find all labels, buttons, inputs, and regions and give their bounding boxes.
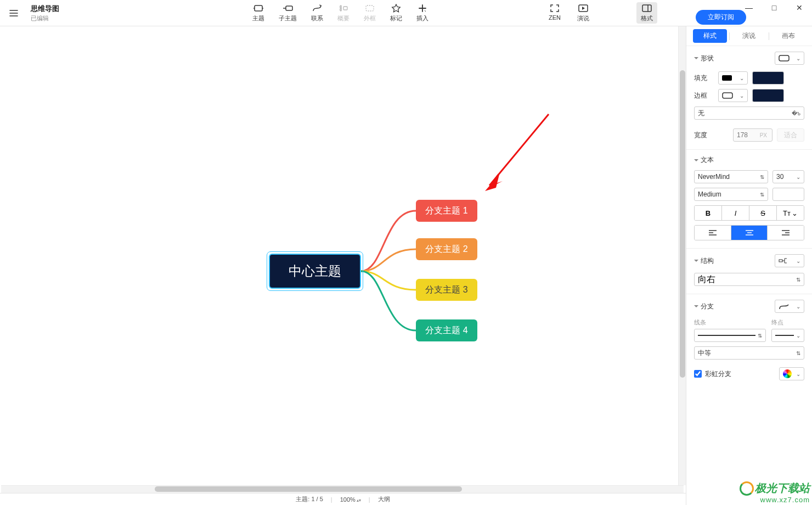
- line-style-select[interactable]: ⇅: [694, 329, 766, 342]
- rounded-rect-icon: [779, 55, 790, 61]
- panel-icon: [641, 3, 652, 13]
- format-panel-toggle[interactable]: 格式: [636, 2, 657, 24]
- structure-direction-select[interactable]: 向右 ⇅: [694, 273, 804, 286]
- zen-label: ZEN: [549, 14, 561, 21]
- tab-style[interactable]: 样式: [693, 29, 727, 43]
- line-weight-select[interactable]: 中等 ⇅: [694, 346, 804, 360]
- align-right-button[interactable]: [767, 226, 804, 240]
- relation-label: 联系: [311, 14, 323, 23]
- border-style-picker[interactable]: ⌄: [718, 89, 748, 102]
- branch-node-2[interactable]: 分支主题 2: [416, 238, 477, 260]
- relation-icon: [312, 3, 323, 13]
- svg-line-6: [489, 114, 549, 186]
- format-toggle-wrap: 格式: [636, 2, 657, 24]
- border-color-swatch[interactable]: [752, 89, 784, 102]
- svg-rect-9: [779, 55, 789, 61]
- status-topic-count: 主题: 1 / 5: [296, 495, 323, 503]
- stepper-icon: ⇅: [758, 333, 762, 339]
- chevron-down-icon: ⌄: [796, 174, 800, 180]
- font-weight-select[interactable]: Medium ⇅: [694, 188, 768, 201]
- branch-node-1[interactable]: 分支主题 1: [416, 200, 477, 222]
- summary-icon: [338, 3, 349, 13]
- line-end-select[interactable]: ⌄: [771, 329, 804, 342]
- align-center-button[interactable]: [731, 226, 768, 240]
- branch-node-3[interactable]: 分支主题 3: [416, 279, 477, 301]
- document-status: 已编辑: [31, 14, 59, 23]
- strike-icon: S: [760, 209, 765, 217]
- status-zoom[interactable]: 100%▴▾: [340, 496, 361, 503]
- italic-button[interactable]: I: [721, 206, 749, 220]
- font-family-select[interactable]: NeverMind ⇅: [694, 170, 768, 183]
- rainbow-branch-checkbox[interactable]: [694, 370, 702, 378]
- stepper-icon: ⇅: [760, 192, 764, 198]
- structure-picker[interactable]: ⌄: [775, 254, 804, 267]
- chevron-down-icon: ⌄: [796, 304, 800, 310]
- stepper-icon: ⇅: [796, 277, 800, 283]
- status-outline-button[interactable]: 大纲: [378, 495, 390, 503]
- insert-button[interactable]: 插入: [416, 3, 428, 23]
- document-title: 思维导图: [31, 4, 59, 14]
- subtopic-label: 子主题: [279, 14, 297, 23]
- shape-picker[interactable]: ⌄: [775, 52, 804, 65]
- tab-present[interactable]: 演说: [732, 29, 766, 43]
- section-text: 文本 NeverMind ⇅ 30 ⌄ Medium ⇅ B I S Tт⌄: [686, 150, 812, 249]
- relation-button[interactable]: 联系: [311, 3, 323, 23]
- rainbow-icon: [783, 369, 792, 378]
- horizontal-scrollbar[interactable]: [1, 485, 684, 493]
- case-button[interactable]: Tт⌄: [776, 206, 804, 220]
- strike-button[interactable]: S: [749, 206, 776, 220]
- topic-button[interactable]: 主题: [252, 3, 264, 23]
- center-topic-node[interactable]: 中心主题: [269, 254, 361, 289]
- bold-button[interactable]: B: [695, 206, 721, 220]
- border-width-value: 无: [698, 109, 704, 118]
- border-width-select[interactable]: 无 �ъ: [694, 106, 804, 120]
- align-left-button[interactable]: [695, 226, 731, 240]
- zoom-stepper-icon[interactable]: ▴▾: [357, 499, 361, 502]
- branch-node-4[interactable]: 分支主题 4: [416, 319, 477, 341]
- rainbow-scheme-picker[interactable]: ⌄: [779, 367, 804, 380]
- status-bar: 主题: 1 / 5 | 100%▴▾ | 大纲: [0, 493, 686, 505]
- insert-label: 插入: [416, 14, 428, 23]
- fill-style-picker[interactable]: ⌄: [718, 71, 748, 85]
- line-end-icon: [775, 335, 794, 336]
- font-size-select[interactable]: 30 ⌄: [772, 170, 804, 183]
- stepper-icon: ⇅: [760, 174, 764, 180]
- window-maximize-button[interactable]: □: [762, 0, 787, 16]
- svg-rect-0: [255, 5, 262, 11]
- fill-color-swatch[interactable]: [752, 71, 784, 85]
- mindmap-canvas[interactable]: 中心主题 分支主题 1 分支主题 2 分支主题 3 分支主题 4: [0, 26, 686, 493]
- annotation-arrow-icon: [483, 109, 560, 197]
- chevron-down-icon: ⌄: [796, 55, 800, 61]
- chevron-down-icon: ⌄: [796, 371, 800, 377]
- italic-icon: I: [735, 209, 737, 217]
- subtopic-icon: [283, 3, 294, 13]
- play-icon: [578, 3, 589, 13]
- svg-rect-5: [642, 5, 651, 12]
- tab-canvas[interactable]: 画布: [771, 29, 805, 43]
- branch-curve-icon: [779, 302, 790, 310]
- branch-style-picker[interactable]: ⌄: [775, 300, 804, 313]
- zen-button[interactable]: ZEN: [549, 3, 561, 23]
- line-solid-icon: [698, 335, 755, 336]
- subtopic-button[interactable]: 子主题: [279, 3, 297, 23]
- marker-button[interactable]: 标记: [390, 3, 402, 23]
- window-close-button[interactable]: ✕: [787, 0, 812, 16]
- window-minimize-button[interactable]: —: [736, 0, 762, 16]
- canvas-area[interactable]: 中心主题 分支主题 1 分支主题 2 分支主题 3 分支主题 4: [0, 26, 686, 493]
- fill-label: 填充: [694, 74, 714, 83]
- align-right-icon: [781, 229, 790, 236]
- width-label: 宽度: [694, 131, 714, 140]
- section-branch: 分支 ⌄ 线条 ⇅ 终点 ⌄: [686, 294, 812, 392]
- text-color-swatch[interactable]: [772, 188, 804, 201]
- chevron-down-icon: ⌄: [792, 209, 798, 217]
- vertical-scrollbar-thumb[interactable]: [680, 70, 685, 378]
- chevron-down-icon: ⌄: [740, 75, 744, 81]
- horizontal-scrollbar-thumb[interactable]: [155, 486, 462, 492]
- present-button[interactable]: 演说: [577, 3, 589, 23]
- vertical-scrollbar[interactable]: [678, 26, 686, 485]
- summary-button: 概要: [337, 3, 349, 23]
- width-unit: PX: [760, 132, 767, 138]
- summary-label: 概要: [337, 14, 349, 23]
- branch-text-4: 分支主题 4: [425, 325, 467, 336]
- hamburger-menu-button[interactable]: [0, 8, 27, 18]
